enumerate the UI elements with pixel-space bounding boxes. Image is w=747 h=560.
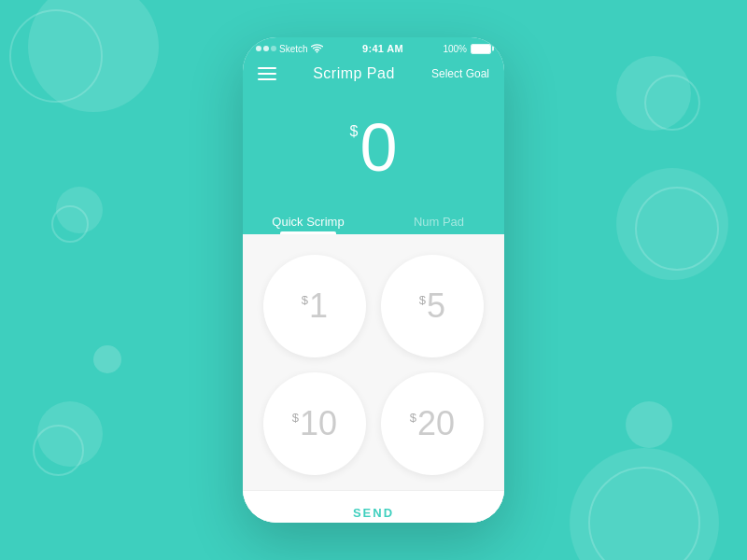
battery-pct-label: 100% [443, 44, 467, 54]
tab-quick-scrimp[interactable]: Quick Scrimp [243, 207, 374, 234]
battery-icon [471, 44, 491, 54]
send-button[interactable]: SEND [353, 506, 394, 520]
status-left: Sketch [256, 44, 323, 54]
currency-symbol: $ [350, 123, 359, 140]
amount-value: 0 [359, 114, 397, 181]
send-area: SEND [243, 490, 504, 523]
status-right: 100% [443, 44, 491, 54]
amount-button-10[interactable]: $ 10 [263, 372, 366, 475]
wifi-icon [311, 44, 323, 53]
signal-dots [256, 46, 276, 51]
tab-bar: Quick Scrimp Num Pad [243, 207, 504, 234]
carrier-label: Sketch [279, 44, 308, 54]
phone-frame: Sketch 9:41 AM 100% Scrimp Pad Select Go… [243, 37, 504, 523]
menu-button[interactable] [258, 67, 276, 80]
app-header: Scrimp Pad Select Goal [243, 58, 504, 95]
status-time: 9:41 AM [362, 43, 403, 54]
amount-button-1[interactable]: $ 1 [263, 255, 366, 357]
quick-scrimp-grid: $ 1 $ 5 $ 10 $ 20 [243, 234, 504, 490]
status-bar: Sketch 9:41 AM 100% [243, 37, 504, 58]
amount-button-20[interactable]: $ 20 [381, 372, 484, 475]
header-title: Scrimp Pad [313, 65, 395, 82]
tab-num-pad[interactable]: Num Pad [374, 207, 504, 234]
amount-button-5[interactable]: $ 5 [381, 255, 484, 357]
battery-fill [472, 45, 490, 53]
amount-display: $ 0 [243, 95, 504, 207]
main-content: $ 1 $ 5 $ 10 $ 20 [243, 234, 504, 523]
select-goal-button[interactable]: Select Goal [431, 67, 489, 80]
